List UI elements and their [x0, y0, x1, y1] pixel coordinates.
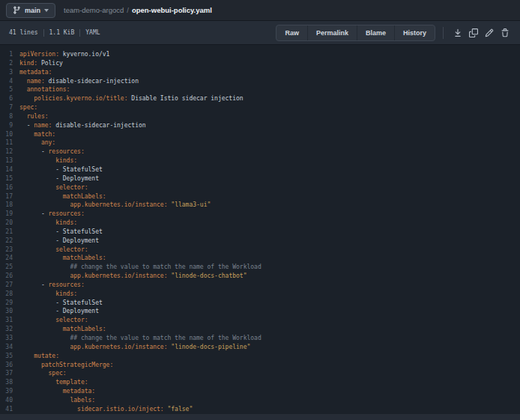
line-number[interactable]: 12 [0, 147, 19, 156]
file-lines-count: 41 lines [9, 29, 38, 36]
line-number[interactable]: 14 [0, 165, 19, 174]
code-text: - resources: [19, 147, 85, 156]
file-actions: Raw Permalink Blame History [276, 25, 513, 41]
line-number[interactable]: 4 [0, 77, 19, 86]
code-lines: 1apiVersion: kyverno.io/v12kind: Policy3… [0, 50, 520, 414]
line-number[interactable]: 41 [0, 405, 19, 414]
line-number[interactable]: 39 [0, 387, 19, 396]
line-number[interactable]: 38 [0, 378, 19, 387]
line-number[interactable]: 3 [0, 68, 19, 77]
line-number[interactable]: 13 [0, 156, 19, 165]
code-line: 29 - StatefulSet [0, 299, 520, 308]
line-number[interactable]: 26 [0, 272, 19, 281]
code-text: - resources: [19, 281, 85, 290]
line-number[interactable]: 10 [0, 130, 19, 139]
file-header-bar: 41 lines 1.1 KiB YAML Raw Permalink Blam… [0, 21, 520, 45]
code-line: 14 - StatefulSet [0, 165, 520, 174]
code-text: selector: [19, 183, 88, 192]
line-number[interactable]: 16 [0, 183, 19, 192]
line-number[interactable]: 37 [0, 369, 19, 378]
code-text: apiVersion: kyverno.io/v1 [19, 50, 109, 59]
edit-button[interactable] [481, 25, 497, 40]
delete-button[interactable] [497, 25, 513, 40]
history-button[interactable]: History [394, 25, 435, 40]
line-number[interactable]: 34 [0, 343, 19, 352]
code-line: 35 mutate: [0, 352, 520, 361]
line-number[interactable]: 7 [0, 103, 19, 112]
branch-selector[interactable]: main [6, 3, 55, 18]
line-number[interactable]: 1 [0, 50, 19, 59]
download-button[interactable] [450, 25, 465, 40]
line-number[interactable]: 30 [0, 307, 19, 316]
file-info: 41 lines 1.1 KiB YAML [7, 29, 100, 37]
line-number[interactable]: 25 [0, 263, 19, 272]
line-number[interactable]: 24 [0, 254, 19, 263]
blame-button[interactable]: Blame [357, 25, 394, 40]
line-number[interactable]: 36 [0, 361, 19, 370]
code-text: app.kubernetes.io/instance: "linode-docs… [19, 272, 247, 281]
code-text: - StatefulSet [19, 165, 103, 174]
line-number[interactable]: 40 [0, 396, 19, 405]
code-text: - resources: [19, 210, 85, 219]
line-number[interactable]: 28 [0, 290, 19, 299]
file-language-badge: YAML [85, 29, 100, 36]
code-text: - Deployment [19, 174, 99, 183]
info-divider [79, 29, 80, 37]
line-number[interactable]: 11 [0, 139, 19, 147]
code-line: 40 labels: [0, 396, 520, 405]
code-text: template: [19, 378, 88, 387]
line-number[interactable]: 35 [0, 352, 19, 361]
actions-divider [443, 27, 444, 39]
line-number[interactable]: 15 [0, 174, 19, 183]
code-text: labels: [19, 396, 95, 405]
line-number[interactable]: 20 [0, 219, 19, 228]
code-text: - StatefulSet [19, 299, 103, 308]
code-line: 20 kinds: [0, 219, 520, 228]
code-line: 30 - Deployment [0, 307, 520, 316]
line-number[interactable]: 9 [0, 121, 19, 130]
code-line: 31 selector: [0, 316, 520, 325]
permalink-button[interactable]: Permalink [307, 25, 357, 40]
code-text: kind: Policy [19, 59, 63, 68]
code-line: 13 kinds: [0, 156, 520, 165]
code-line: 10 match: [0, 130, 520, 139]
copy-button[interactable] [465, 25, 481, 40]
line-number[interactable]: 32 [0, 325, 19, 334]
breadcrumb-directory[interactable]: team-demo-argocd [64, 6, 124, 14]
line-number[interactable]: 19 [0, 210, 19, 219]
line-number[interactable]: 31 [0, 316, 19, 325]
line-number[interactable]: 8 [0, 112, 19, 121]
breadcrumb-separator: / [127, 6, 129, 14]
code-text: spec: [19, 369, 67, 378]
code-text: app.kubernetes.io/instance: "llama3-ui" [19, 201, 211, 210]
line-number[interactable]: 5 [0, 85, 19, 94]
line-number[interactable]: 18 [0, 201, 19, 210]
code-text: metadata: [19, 387, 95, 396]
code-text: selector: [19, 316, 88, 325]
line-number[interactable]: 23 [0, 246, 19, 255]
line-number[interactable]: 21 [0, 228, 19, 237]
line-number[interactable]: 29 [0, 299, 19, 308]
code-text: - StatefulSet [19, 228, 103, 237]
line-number[interactable]: 2 [0, 59, 19, 68]
line-number[interactable]: 27 [0, 281, 19, 290]
code-text: app.kubernetes.io/instance: "linode-docs… [19, 343, 250, 352]
code-line: 33 ## change the value to match the name… [0, 334, 520, 343]
line-number[interactable]: 17 [0, 192, 19, 201]
code-line: 22 - Deployment [0, 237, 520, 246]
code-line: 4 name: disable-sidecar-injection [0, 77, 520, 86]
line-number[interactable]: 33 [0, 334, 19, 343]
line-number[interactable]: 22 [0, 237, 19, 246]
code-line: 3metadata: [0, 68, 520, 77]
code-line: 7spec: [0, 103, 520, 112]
code-text: matchLabels: [19, 254, 106, 263]
code-text: kinds: [19, 290, 77, 299]
code-text: matchLabels: [19, 192, 106, 201]
code-line: 39 metadata: [0, 387, 520, 396]
git-branch-icon [13, 6, 21, 14]
breadcrumb: team-demo-argocd / open-webui-policy.yam… [64, 6, 212, 14]
code-text: spec: [19, 103, 37, 112]
raw-button[interactable]: Raw [276, 25, 307, 40]
line-number[interactable]: 6 [0, 94, 19, 103]
code-text: match: [19, 130, 55, 139]
